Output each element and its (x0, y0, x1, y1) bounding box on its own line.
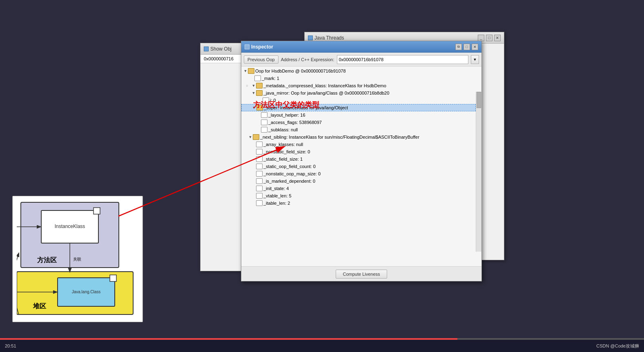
inspector-controls: ⧉ □ ✕ (455, 44, 478, 50)
tree-item-subklass[interactable]: _subklass: null (241, 126, 476, 133)
tree-item-static-field[interactable]: _static_field_size: 1 (241, 155, 476, 163)
tree-item-layout-helper[interactable]: _layout_helper: 16 (241, 111, 476, 119)
next-sibling-text: _next_sibling: InstanceKlass for sun/mis… (260, 135, 419, 139)
watermark: CSDN @Code攻城狮 (596, 343, 639, 349)
tree-item-java-mirror[interactable]: ▼ _java_mirror: Oop for java/lang/Class … (241, 89, 476, 97)
windows-container: Show Obj 0x0000000716 Java Threads _ □ ✕… (200, 0, 644, 338)
bottom-bar: 20:51 CSDN @Code攻城狮 (0, 340, 644, 352)
show-obj-icon (204, 46, 209, 51)
tree-item-mark[interactable]: _mark: 1 (241, 75, 476, 82)
previous-oop-button[interactable]: Previous Oop (244, 55, 279, 64)
vtl-text: _vtable_len: 5 (263, 193, 292, 198)
inspector-title-group: Inspector (245, 44, 273, 50)
java-threads-maximize[interactable]: □ (486, 35, 492, 41)
noms-file-icon (256, 171, 263, 177)
tree-root-item[interactable]: ▼ Oop for HsdbDemo @ 0x0000000716b91078 (241, 67, 476, 75)
layout-file-icon (261, 112, 267, 118)
itl-text: _itable_len: 2 (263, 201, 290, 206)
is-file-icon (256, 186, 263, 191)
inspector-title: Inspector (251, 44, 273, 50)
is-text: _init_state: 4 (263, 186, 289, 191)
annotation-text: 方法区中父类的类型 (253, 100, 319, 110)
subklass-text: _subklass: null (268, 127, 298, 132)
method-area-label: 方法区 (37, 256, 57, 263)
metadata-folder-icon (256, 83, 263, 89)
heap-label: 堆区 (33, 303, 46, 310)
next-sibling-folder-icon (253, 134, 259, 140)
inspector-restore[interactable]: ⧉ (455, 44, 462, 50)
compute-liveness-button[interactable]: Compute Liveness (336, 270, 387, 279)
subklass-file-icon (261, 127, 267, 133)
tree-item-static-oop[interactable]: _static_oop_field_count: 0 (241, 163, 476, 170)
show-obj-title: Show Obj (210, 46, 232, 52)
address-input[interactable] (337, 55, 469, 64)
tree-item-vtable[interactable]: _vtable_len: 5 (241, 192, 476, 199)
mark-text: _mark: 1 (262, 76, 279, 81)
tree-item-access-flags[interactable]: _access_flags: 538968097 (241, 119, 476, 126)
timestamp: 20:51 (5, 343, 16, 348)
next-sibling-expand: ▼ (248, 135, 253, 139)
inspector-main: Previous Oop Address / C++ Expression: ▼… (241, 53, 481, 281)
tree-item-metadata[interactable]: ○ ▼ _metadata._compressed_klass: Instanc… (241, 82, 476, 89)
metadata-expand2: ▼ (251, 84, 256, 88)
root-folder-icon (248, 68, 254, 74)
vtl-file-icon (256, 193, 263, 199)
nfs-file-icon (256, 149, 263, 155)
tree-item-init-state[interactable]: _init_state: 4 (241, 185, 476, 192)
inspector-close[interactable]: ✕ (472, 44, 478, 50)
ik-icon (94, 208, 100, 214)
access-text: _access_flags: 538968097 (268, 120, 322, 125)
nfs-text: _nonstatic_field_size: 0 (263, 149, 310, 154)
inspector-icon (245, 44, 250, 49)
inspector-toolbar: Previous Oop Address / C++ Expression: ▼ (241, 53, 481, 66)
sofc-text: _static_oop_field_count: 0 (263, 164, 316, 169)
access-file-icon (261, 120, 267, 125)
metadata-text: _metadata._compressed_klass: InstanceKla… (263, 83, 386, 88)
java-threads-icon (308, 35, 313, 40)
tree-item-array-klasses[interactable]: _array_klasses: null (241, 141, 476, 148)
inspector-titlebar: Inspector ⧉ □ ✕ (241, 41, 481, 53)
inspector-content-area: ▼ Oop for HsdbDemo @ 0x0000000716b91078 … (241, 66, 481, 266)
tree-item-is-marked[interactable]: _is_marked_dependent: 0 (241, 177, 476, 185)
root-expand-icon: ▼ (243, 69, 248, 73)
java-threads-title: Java Threads (314, 35, 344, 41)
metadata-expand: ○ (245, 84, 250, 88)
jc-icon (110, 275, 116, 281)
inspector-footer: Compute Liveness (241, 266, 481, 281)
java-threads-controls: _ □ ✕ (478, 35, 501, 41)
inspector-tree[interactable]: ▼ Oop for HsdbDemo @ 0x0000000716b91078 … (241, 66, 481, 266)
sfs-text: _static_field_size: 1 (263, 157, 303, 162)
itl-file-icon (256, 200, 263, 206)
tree-item-next-sibling[interactable]: ▼ _next_sibling: InstanceKlass for sun/m… (241, 133, 476, 141)
array-file-icon (256, 142, 263, 147)
tree-item-nonstatic-oop[interactable]: _nonstatic_oop_map_size: 0 (241, 170, 476, 177)
java-threads-close[interactable]: ✕ (494, 35, 501, 41)
inspector-maximize[interactable]: □ (464, 44, 470, 50)
address-dropdown[interactable]: ▼ (471, 55, 479, 64)
address-label: Address / C++ Expression: (281, 57, 334, 62)
relation-label: 关联 (73, 257, 81, 261)
sfs-file-icon (256, 156, 263, 162)
scrollbar-thumb[interactable] (477, 92, 481, 108)
inspector-window: Inspector ⧉ □ ✕ Previous Oop Address / C… (241, 41, 482, 281)
mark-file-icon (254, 75, 261, 81)
java-threads-title-group: Java Threads (308, 35, 344, 41)
imd-file-icon (256, 178, 263, 184)
array-text: _array_klasses: null (263, 142, 303, 147)
layout-text: _layout_helper: 16 (268, 113, 305, 117)
ik-label: InstanceKlass (55, 224, 85, 229)
imd-text: _is_marked_dependent: 0 (263, 179, 315, 184)
java-mirror-expand: ▼ (251, 91, 256, 95)
tree-item-itable[interactable]: _itable_len: 2 (241, 199, 476, 207)
java-class-label: Java.lang.Class (72, 290, 101, 294)
sofc-file-icon (256, 164, 263, 169)
root-item-text: Oop for HsdbDemo @ 0x0000000716b91078 (255, 69, 346, 73)
noms-text: _nonstatic_oop_map_size: 0 (263, 171, 321, 176)
diagram-svg: InstanceKlass 方法区 Java.lang.Class 堆区 关联 (17, 200, 139, 319)
diagram-container: InstanceKlass 方法区 Java.lang.Class 堆区 关联 (12, 196, 143, 322)
vertical-scrollbar[interactable] (476, 92, 481, 252)
java-mirror-text: _java_mirror: Oop for java/lang/Class @ … (263, 91, 389, 95)
tree-item-nonstatic-field[interactable]: _nonstatic_field_size: 0 (241, 148, 476, 155)
java-mirror-folder-icon (256, 90, 263, 96)
java-threads-minimize[interactable]: _ (478, 35, 484, 41)
